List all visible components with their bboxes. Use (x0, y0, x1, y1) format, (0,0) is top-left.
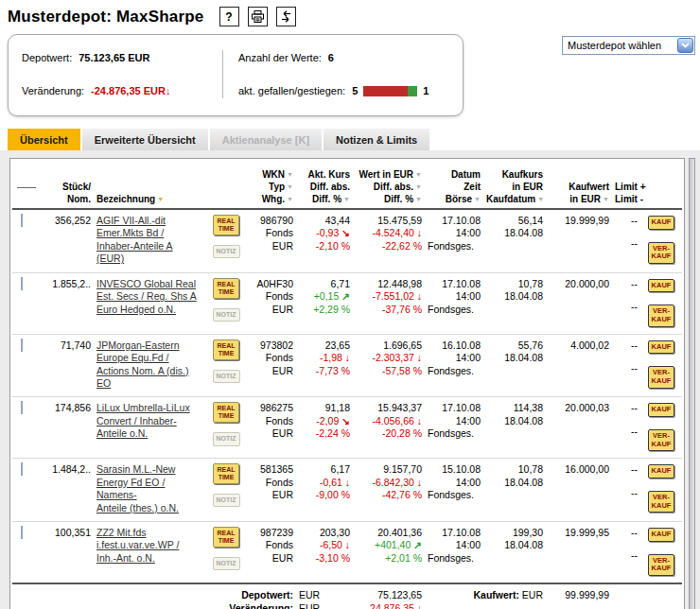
kauf-button[interactable]: KAUF (648, 528, 675, 542)
risen-bar-segment (408, 86, 417, 96)
footer-kaufwert-label: Kaufwert: EUR (425, 583, 546, 609)
select-cell (12, 459, 39, 522)
chevron-down-icon[interactable] (677, 38, 693, 53)
vertical-scrollbar[interactable] (689, 158, 695, 609)
position-name-link[interactable]: LiLux Umbrella-LiLux Convert / Inhaber- … (96, 402, 202, 440)
actions-cell: KAUF VER- KAUF (640, 397, 682, 459)
realtime-button[interactable]: REAL TIME (213, 278, 238, 299)
type: Fonds (250, 227, 293, 239)
tab-uebersicht[interactable]: Übersicht (8, 129, 80, 150)
quantity: 100,351 (39, 522, 94, 583)
summary-right: Anzahl der Werte: 6 akt. gefallen/gestie… (222, 50, 463, 98)
currency: EUR (250, 552, 293, 565)
realtime-button[interactable]: REAL TIME (213, 215, 238, 235)
current-price: 43,44 (299, 215, 350, 227)
kauf-button[interactable]: KAUF (648, 279, 675, 293)
value-diff-pct: -42,76 % (356, 489, 422, 501)
verkauf-button[interactable]: VER- KAUF (648, 304, 675, 326)
footer-currency: EUR EUR (296, 583, 353, 609)
notiz-button[interactable]: NOTIZ (213, 308, 240, 322)
notiz-button[interactable]: NOTIZ (213, 557, 240, 570)
realtime-button[interactable]: REAL TIME (213, 527, 238, 548)
position-name-link[interactable]: JPMorgan-Eastern Europe Equ.Fd / Actions… (96, 339, 202, 391)
sort-arrow-icon[interactable]: ▼ (287, 196, 293, 202)
price-diff-abs: -1,98 (320, 352, 342, 363)
value-diff-abs: -4.056,66 (372, 415, 413, 426)
row-checkbox[interactable] (21, 526, 23, 539)
realtime-button[interactable]: REAL TIME (213, 463, 238, 484)
tab-erweiterte-uebersicht[interactable]: Erweiterte Übersicht (82, 129, 208, 150)
quote-date: 17.10.08 (428, 402, 481, 414)
page-header: Musterdepot: MaxSharpe ? (0, 0, 700, 26)
verkauf-button[interactable]: VER- KAUF (648, 491, 675, 513)
kauf-button[interactable]: KAUF (648, 340, 675, 355)
position-name-cell: AGIF VII-All.-dit Emer.Mkts Bd / Inhaber… (94, 209, 205, 272)
notiz-button[interactable]: NOTIZ (213, 432, 240, 445)
row-checkbox[interactable] (21, 214, 23, 227)
kurs-cell: 23,65 -1,98 ↓ -7,73 % (296, 334, 353, 397)
sort-arrow-icon[interactable]: ▼ (474, 196, 481, 202)
print-icon[interactable] (248, 7, 268, 26)
actions-cell: KAUF VER- KAUF (640, 209, 682, 272)
col-header-kaufkurs[interactable]: Kaufkurs in EUR Kaufdatum▼ (483, 166, 546, 209)
realtime-button[interactable]: REAL TIME (213, 402, 238, 423)
sort-arrow-icon[interactable]: ▼ (415, 183, 422, 190)
select-cell (12, 334, 39, 397)
row-buttons-cell: REAL TIME NOTIZ (205, 459, 247, 522)
kauf-button[interactable]: KAUF (648, 403, 675, 417)
notiz-button[interactable]: NOTIZ (213, 245, 240, 258)
sort-arrow-icon[interactable]: ▼ (415, 171, 422, 178)
col-header-wert[interactable]: Wert in EUR▼ Diff. abs.▼ Diff. %▼ (353, 166, 425, 209)
sort-arrow-icon[interactable]: ▼ (537, 196, 544, 202)
footer-values: 75.123,65 -24.876,35 ↓ -24,88 % (353, 583, 425, 609)
table-footer-row: Depotwert: Veränderung: EUR EUR 75.123,6… (12, 583, 682, 609)
sort-arrow-icon[interactable]: ▼ (415, 196, 422, 202)
row-checkbox[interactable] (21, 401, 23, 414)
sort-arrow-icon[interactable]: ▼ (287, 171, 293, 178)
help-icon[interactable]: ? (219, 7, 239, 26)
depot-select-dropdown[interactable]: Musterdepot wählen (562, 36, 695, 55)
notiz-button[interactable]: NOTIZ (213, 370, 240, 383)
col-header-kaufwert[interactable]: Kaufwert in EUR▼ (546, 166, 612, 209)
buy-price: 199,30 (486, 527, 543, 539)
position-name-link[interactable]: AGIF VII-All.-dit Emer.Mkts Bd / Inhaber… (96, 215, 202, 266)
realtime-button[interactable]: REAL TIME (213, 339, 238, 360)
refresh-icon[interactable] (276, 7, 296, 26)
trend-arrow-icon: ↓ (345, 477, 350, 488)
depotwert-value: 75.123,65 EUR (79, 52, 149, 63)
buy-date: 18.04.08 (486, 352, 543, 364)
position-name-link[interactable]: ZZ2 Mit.fds i.fest.u.var.ve.WP / Inh.-An… (96, 527, 202, 565)
sort-arrow-icon[interactable]: ▼ (603, 196, 609, 202)
kauf-button[interactable]: KAUF (648, 216, 675, 230)
down-arrow-icon: ↓ (417, 602, 422, 609)
verkauf-button[interactable]: VER- KAUF (648, 429, 675, 451)
exchange: Fondsges. (428, 552, 481, 565)
limit-minus: -- (615, 237, 638, 250)
tab-notizen-limits[interactable]: Notizen & Limits (324, 129, 429, 150)
buy-value: 20.000,00 (549, 278, 609, 290)
position-name-link[interactable]: Sarasin M.L.-New Energy Fd EO / Namens- … (96, 463, 202, 514)
kauf-button[interactable]: KAUF (648, 464, 675, 478)
col-header-bezeichnung[interactable]: Bezeichnung▼ (94, 166, 205, 209)
verkauf-button[interactable]: VER- KAUF (648, 366, 675, 388)
col-header-akt-kurs[interactable]: Akt. Kurs Diff. abs. Diff. %▼ (296, 166, 353, 209)
position-name-link[interactable]: INVESCO Global Real Est. Secs / Reg. Shs… (96, 278, 202, 316)
type: Fonds (250, 539, 293, 551)
type: Fonds (250, 290, 293, 303)
sort-arrow-icon[interactable]: ▼ (157, 196, 164, 202)
kaufwert-cell: 19.999,99 (546, 209, 612, 272)
col-header-datum[interactable]: Datum Zeit Börse▼ (425, 166, 483, 209)
col-header-stueck: Stück/ Nom. (39, 166, 94, 209)
col-header-wkn[interactable]: WKN▼ Typ▼ Whg.▼ (247, 166, 296, 209)
sort-arrow-icon[interactable]: ▼ (287, 183, 293, 190)
row-checkbox[interactable] (21, 339, 23, 352)
quote-date: 16.10.08 (428, 339, 481, 352)
table-body: 356,252 AGIF VII-All.-dit Emer.Mkts Bd /… (12, 209, 682, 583)
select-column-header (12, 166, 39, 209)
notiz-button[interactable]: NOTIZ (213, 494, 240, 507)
row-checkbox[interactable] (21, 277, 23, 290)
sort-arrow-icon[interactable]: ▼ (343, 196, 350, 202)
row-checkbox[interactable] (21, 462, 23, 476)
verkauf-button[interactable]: VER- KAUF (648, 242, 675, 264)
verkauf-button[interactable]: VER- KAUF (648, 554, 675, 576)
